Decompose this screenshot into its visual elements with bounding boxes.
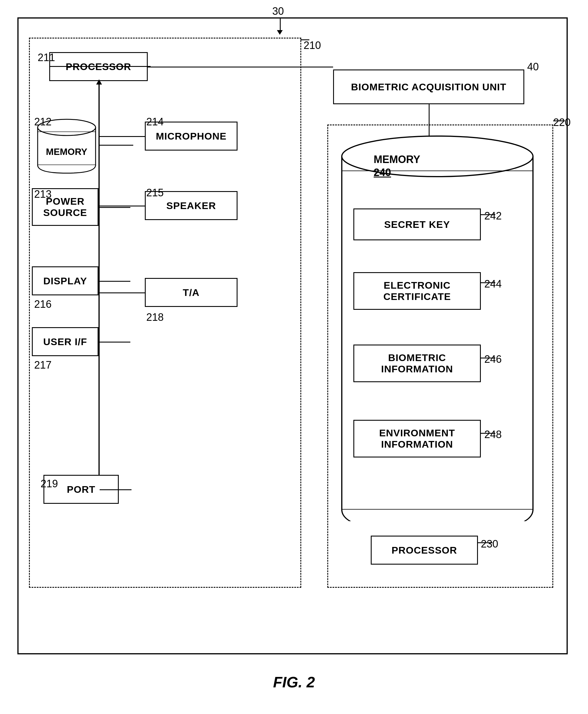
- port-label: PORT: [67, 484, 95, 495]
- display-box: DISPLAY: [32, 266, 99, 295]
- ref-218: 218: [146, 311, 164, 323]
- bioinfo-label: BIOMETRIC INFORMATION: [381, 352, 453, 375]
- userif-box: USER I/F: [32, 327, 99, 356]
- port-to-bus: [100, 489, 131, 490]
- display-label: DISPLAY: [43, 275, 87, 287]
- secretkey-label: SECRET KEY: [384, 219, 450, 230]
- processor-right-box: PROCESSOR: [371, 536, 478, 565]
- page: 30 210 220 PROCESSOR 211 BIOMETRIC ACQUI…: [0, 0, 588, 714]
- ref-214: 214: [146, 116, 164, 128]
- processor-right-label: PROCESSOR: [392, 545, 457, 556]
- processor-to-bus: [99, 66, 151, 67]
- ref-246: 246: [484, 353, 502, 365]
- ref-211-tick: [49, 56, 50, 57]
- arrow-up: [96, 79, 102, 85]
- ref-220-hline: [553, 121, 565, 121]
- figure-label: FIG. 2: [273, 673, 315, 691]
- power-to-bus: [99, 207, 130, 208]
- ref-219: 219: [41, 478, 58, 490]
- secretkey-box: SECRET KEY: [353, 209, 481, 240]
- ref-210-hline: [301, 39, 309, 40]
- memory-right-label: MEMORY: [374, 153, 420, 166]
- ref-244: 244: [484, 278, 502, 290]
- proc-left-connect: [49, 66, 99, 67]
- ref-217: 217: [34, 359, 51, 371]
- ref-215: 215: [146, 187, 164, 199]
- ref-230: 230: [481, 538, 498, 550]
- svg-text:MEMORY: MEMORY: [46, 147, 87, 157]
- microphone-label: MICROPHONE: [156, 131, 227, 142]
- display-to-bus: [99, 281, 130, 282]
- memory-right-ref: 240: [374, 167, 391, 179]
- ref-216: 216: [34, 298, 51, 310]
- ref-230-line: [478, 542, 492, 543]
- ta-label: T/A: [183, 287, 200, 298]
- ref-213: 213: [34, 188, 51, 200]
- ref-30-arrowhead: [277, 30, 283, 35]
- userif-to-bus: [99, 342, 130, 343]
- bau-label: BIOMETRIC ACQUISITION UNIT: [351, 81, 507, 93]
- ref-30: 30: [272, 5, 284, 17]
- proc-to-bau-hline: [148, 67, 333, 67]
- bus-to-speaker: [100, 205, 145, 207]
- eleccert-box: ELECTRONIC CERTIFICATE: [353, 272, 481, 310]
- envinfo-box: ENVIRONMENT INFORMATION: [353, 420, 481, 457]
- envinfo-label: ENVIRONMENT INFORMATION: [379, 427, 455, 450]
- memory-right-text: MEMORY: [374, 153, 420, 165]
- ref-220: 220: [553, 116, 571, 129]
- ref-244-line: [481, 282, 495, 283]
- bau-box: BIOMETRIC ACQUISITION UNIT: [333, 69, 524, 104]
- memory-to-bus: [99, 145, 133, 146]
- ref-30-arrow-line: [280, 18, 281, 31]
- memory-right-svg: [336, 133, 539, 521]
- speaker-label: SPEAKER: [166, 200, 216, 211]
- eleccert-label: ELECTRONIC CERTIFICATE: [383, 280, 451, 302]
- ref-242: 242: [484, 210, 502, 222]
- memory-right-ref-text: 240: [374, 167, 391, 178]
- ref-211: 211: [38, 51, 55, 64]
- memory-right-cylinder: [336, 133, 539, 521]
- ref-40: 40: [527, 61, 539, 73]
- ref-210: 210: [303, 39, 321, 51]
- userif-label: USER I/F: [43, 336, 87, 347]
- ref-212: 212: [34, 116, 51, 128]
- vertical-bus-line: [99, 84, 100, 481]
- bus-to-microphone: [100, 136, 145, 137]
- ta-box: T/A: [145, 278, 237, 307]
- ref-246-line: [481, 358, 495, 359]
- bioinfo-box: BIOMETRIC INFORMATION: [353, 345, 481, 382]
- ref-248: 248: [484, 429, 502, 441]
- ref-242-line: [481, 214, 495, 215]
- bus-to-ta: [100, 293, 145, 293]
- ref-248-line: [481, 433, 495, 434]
